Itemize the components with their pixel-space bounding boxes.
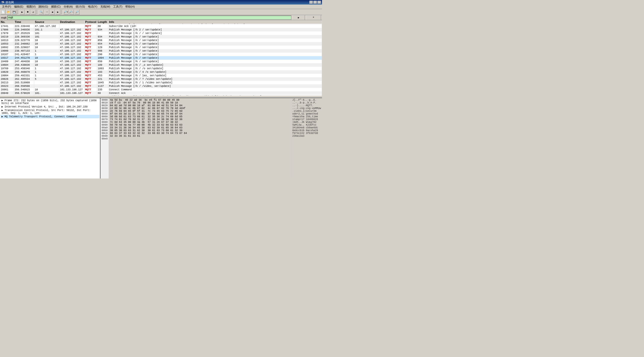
cell-src: 10	[34, 39, 59, 42]
cell-info: Connect Command	[108, 88, 322, 91]
detail-pane: ▶ Frame 272: 232 bytes on (1856 bits), 2…	[0, 98, 101, 178]
cell-len: 1094	[97, 56, 108, 60]
cell-proto: MQTT	[84, 84, 97, 88]
title-bar: 🦈 抓包网 _ □ ×	[0, 0, 322, 5]
table-row[interactable]: 19317244.4512701047.100.127.192MQTT1094P…	[0, 56, 322, 60]
cell-no: 17970	[0, 31, 14, 35]
menu-item[interactable]: 跳转(G)	[37, 5, 50, 9]
table-row[interactable]: 19000238.407133147.100.127.192MQTT998Pub…	[0, 49, 322, 53]
table-row[interactable]: 19904259.492331147.100.127.192MQTT453Pub…	[0, 74, 322, 77]
minimize-button[interactable]: _	[309, 1, 313, 4]
goto-button[interactable]: →	[44, 10, 49, 15]
new-button[interactable]: 📄	[1, 10, 6, 15]
cell-dst: 101.133.196.127	[59, 95, 84, 96]
detail-item[interactable]: ▶ Frame 272: 232 bytes on (1856 bits), 2…	[1, 99, 99, 105]
menu-item[interactable]: 文件(F)	[1, 5, 13, 9]
table-row[interactable]: 17441223.33944847.100.127.192MQTT60Subsc…	[0, 24, 322, 28]
cell-time: 265.519909	[14, 81, 34, 84]
cell-no: 18313	[0, 39, 14, 42]
cell-src	[34, 84, 59, 88]
table-row[interactable]: 18692235.3298371047.100.127.192MQTT129Pu…	[0, 46, 322, 49]
table-row[interactable]: 28949356.578620101.101.133.196.127MQTT60…	[0, 91, 322, 95]
cell-len: 654	[97, 42, 108, 46]
filter-clear-button[interactable]: ×	[306, 15, 321, 20]
detail-item[interactable]: ▶ MQ Telemetry Transport Protocol, Conne…	[1, 115, 99, 118]
cell-len: 650	[97, 60, 108, 63]
restart-button[interactable]: ↺	[31, 10, 36, 15]
hex-offsets: 0000 0010 0020 0030 0040 0050 0060 0070 …	[101, 98, 109, 178]
menu-item[interactable]: 分析(A)	[62, 5, 74, 9]
cell-time: 227.353529	[14, 31, 34, 35]
cell-info: Publish Message [/k / ser/update]	[108, 53, 322, 56]
zoom-in-button[interactable]: 🔎+	[63, 10, 68, 15]
table-row[interactable]: 19409247.4048381047.100.127.192MQTT650Pu…	[0, 60, 322, 63]
menu-item[interactable]: 统计(S)	[74, 5, 87, 9]
cell-proto: MQTT	[84, 63, 97, 67]
cell-dst: 47.100.127.192	[59, 46, 84, 49]
table-row[interactable]: 17970227.35352910147.100.127.192MQTTPubl…	[0, 31, 322, 35]
table-row[interactable]: 19820256.468870147.100.127.192MQTT193Pub…	[0, 70, 322, 74]
packet-tbody: 15138184.252232101...106.15.229.25MQTT12…	[0, 20, 322, 96]
filter-input[interactable]	[7, 16, 291, 20]
header-info: Info	[108, 20, 322, 24]
menu-item[interactable]: 无线(W)	[99, 5, 112, 9]
cell-time: 356.578620	[14, 91, 34, 95]
cell-len: 1340	[97, 95, 108, 96]
zoom-normal-button[interactable]: 🔎	[74, 10, 79, 15]
table-row[interactable]: 19769253.450346147.100.127.192MQTT1093Pu…	[0, 67, 322, 70]
cell-time: 229.323778	[14, 39, 34, 42]
table-row[interactable]: 18313229.3237781047.100.127.192MQTT858Pu…	[0, 39, 322, 42]
table-row[interactable]: 18553232.3466621047.100.127.192MQTT654Pu…	[0, 42, 322, 46]
filter-apply-button[interactable]: ▶	[292, 15, 305, 20]
table-row[interactable]: 17806226.346936101.147.100.127.192MQTT93…	[0, 28, 322, 31]
cell-time: 356.584872	[14, 95, 34, 96]
table-row[interactable]: 19167241.426467147.100.127.192MQTT290Pub…	[0, 53, 322, 56]
prev-button[interactable]: ◀	[50, 10, 55, 15]
cell-no: 19684	[0, 63, 14, 67]
table-row[interactable]: 20213265.51990947.100.127.192MQTT1045Pub…	[0, 81, 322, 84]
menu-item[interactable]: 捕获(C)	[50, 5, 62, 9]
menu-item[interactable]: 帮助(H)	[124, 5, 136, 9]
cell-proto: MQTT	[84, 74, 97, 77]
cell-dst: 47.100.127.192	[59, 28, 84, 31]
table-row[interactable]: 28961356.54091510101.133.196.127MQTT235C…	[0, 88, 322, 91]
cell-len: 934	[97, 28, 108, 31]
zoom-out-button[interactable]: 🔎-	[69, 10, 74, 15]
search-button[interactable]: 🔍	[39, 10, 44, 15]
table-row[interactable]: 18219228.36933610147.100.127.192MQTT934P…	[0, 35, 322, 39]
cell-no: 19820	[0, 70, 14, 74]
stop-button[interactable]: ■	[25, 10, 30, 15]
table-row[interactable]: 20323268.55050847.100.127.192MQTT1137Pub…	[0, 84, 322, 88]
start-button[interactable]: ▶	[20, 10, 25, 15]
menu-item[interactable]: 电话(Y)	[87, 5, 99, 9]
cell-no: 19317	[0, 56, 14, 60]
table-row[interactable]: 20026262.495534547.100.127.192MQTT221Pub…	[0, 77, 322, 81]
cell-info: Publish Message [/k 2 / ser/update]	[108, 28, 322, 31]
cell-src: 1	[34, 67, 59, 70]
cell-len: 60	[97, 24, 108, 28]
close-button[interactable]: ×	[317, 1, 321, 4]
save-button[interactable]: 💾	[12, 10, 17, 15]
cell-dst: 47.100.127.192	[59, 42, 84, 46]
menu-item[interactable]: 工具(T)	[112, 5, 124, 9]
title-bar-left: 🦈 抓包网	[1, 1, 14, 4]
menu-item[interactable]: 视图(V)	[25, 5, 37, 9]
packet-scroll[interactable]: No. Time Source Destination Protocol Len…	[0, 20, 322, 96]
cell-no: 20323	[0, 84, 14, 88]
detail-item[interactable]: ▶ Internet Protocol Version 4, Src: , Ds…	[1, 105, 99, 109]
table-row[interactable]: 28979356.584872101.133.196.127MQTT1340Pu…	[0, 95, 322, 96]
cell-info: Publish Message [/k / ser/update]	[108, 60, 322, 63]
cell-time: 259.492331	[14, 74, 34, 77]
next-button[interactable]: ▶	[55, 10, 60, 15]
cell-len: 221	[97, 77, 108, 81]
table-row[interactable]: 19684250.4380361047.100.127.192MQTT189Pu…	[0, 63, 322, 67]
cell-dst: 47.100.127.192	[59, 60, 84, 63]
cell-proto: MQTT	[84, 24, 97, 28]
table-header-row: No. Time Source Destination Protocol Len…	[0, 20, 322, 24]
open-button[interactable]: 📂	[6, 10, 11, 15]
maximize-button[interactable]: □	[313, 1, 317, 4]
detail-item[interactable]: ▶ Transmission Control Protocol, Src Por…	[1, 109, 99, 115]
cell-len: 1045	[97, 81, 108, 84]
title-bar-controls[interactable]: _ □ ×	[309, 1, 321, 4]
menu-item[interactable]: 编辑(E)	[13, 5, 25, 9]
